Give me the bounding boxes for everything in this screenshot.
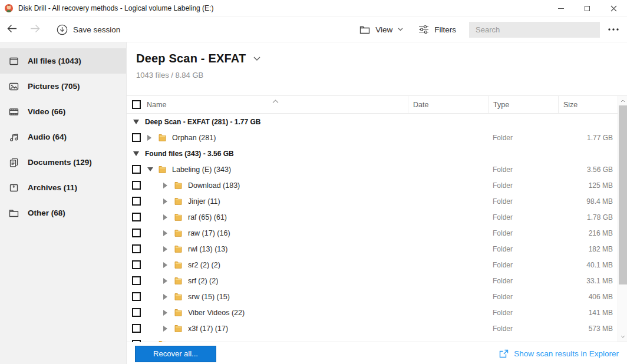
file-row[interactable]: srf (2) (2)Folder33.1 MB bbox=[127, 273, 618, 289]
sidebar-item-audio[interactable]: Audio (64) bbox=[0, 124, 126, 150]
row-checkbox[interactable] bbox=[132, 292, 141, 301]
sidebar-item-archives[interactable]: Archives (11) bbox=[0, 175, 126, 200]
file-row[interactable]: raf (65) (61)Folder1.78 GB bbox=[127, 209, 618, 225]
row-expander[interactable] bbox=[147, 167, 153, 171]
vertical-scrollbar[interactable] bbox=[618, 96, 627, 342]
show-in-explorer-label: Show scan results in Explorer bbox=[514, 349, 619, 358]
file-row[interactable]: rwl (13) (13)Folder182 MB bbox=[127, 241, 618, 257]
more-options-button[interactable] bbox=[600, 17, 627, 42]
row-checkbox[interactable] bbox=[132, 244, 141, 253]
folder-icon bbox=[158, 340, 167, 342]
column-header-size[interactable]: Size bbox=[558, 96, 618, 113]
row-expander[interactable] bbox=[163, 294, 169, 300]
file-name: Labeling (E) (343) bbox=[172, 166, 231, 174]
file-row[interactable]: raw (17) (16)Folder216 MB bbox=[127, 225, 618, 241]
sidebar: All files (1043)Pictures (705)Video (66)… bbox=[0, 42, 127, 364]
row-expander[interactable] bbox=[163, 230, 169, 236]
show-in-explorer-link[interactable]: Show scan results in Explorer bbox=[499, 349, 619, 358]
sidebar-item-documents[interactable]: Documents (129) bbox=[0, 150, 126, 175]
window-title: Disk Drill - All recovery methods - Logi… bbox=[18, 4, 213, 12]
audio-icon bbox=[9, 132, 19, 142]
close-button[interactable] bbox=[600, 0, 627, 16]
row-checkbox[interactable] bbox=[132, 324, 141, 333]
column-header-type[interactable]: Type bbox=[488, 96, 558, 113]
checkbox-cell bbox=[127, 165, 144, 174]
row-expander[interactable] bbox=[163, 278, 169, 284]
window-controls bbox=[547, 0, 627, 16]
expand-triangle-icon bbox=[163, 294, 167, 300]
name-cell: Download (183) bbox=[144, 181, 408, 190]
pictures-icon bbox=[9, 81, 19, 91]
row-expander[interactable] bbox=[147, 135, 153, 141]
row-expander[interactable] bbox=[163, 262, 169, 268]
filters-button[interactable]: Filters bbox=[418, 25, 456, 34]
row-expander[interactable] bbox=[163, 214, 169, 220]
search-input[interactable] bbox=[469, 22, 600, 38]
sidebar-item-label: Audio (64) bbox=[28, 133, 67, 141]
date-cell bbox=[408, 320, 488, 336]
type-cell: Folder bbox=[488, 213, 558, 221]
name-cell: Labeling (E) (343) bbox=[144, 165, 408, 174]
file-row[interactable]: sr2 (2) (2)Folder40.1 MB bbox=[127, 257, 618, 273]
row-expander[interactable] bbox=[163, 198, 169, 204]
row-checkbox[interactable] bbox=[132, 260, 141, 269]
view-dropdown-button[interactable]: View bbox=[359, 25, 403, 34]
scrollbar-thumb[interactable] bbox=[619, 105, 627, 284]
row-checkbox[interactable] bbox=[132, 213, 141, 221]
row-checkbox[interactable] bbox=[132, 276, 141, 285]
group-collapse-triangle-icon[interactable] bbox=[133, 151, 139, 156]
file-name: srf (2) (2) bbox=[188, 277, 218, 285]
sidebar-item-video[interactable]: Video (66) bbox=[0, 99, 126, 124]
row-checkbox[interactable] bbox=[132, 165, 141, 174]
minimize-button[interactable] bbox=[547, 0, 574, 16]
sidebar-item-all-files[interactable]: All files (1043) bbox=[0, 48, 126, 74]
group-header-row[interactable]: Deep Scan - EXFAT (281) - 1.77 GB bbox=[127, 114, 618, 130]
row-expander[interactable] bbox=[163, 183, 169, 188]
file-row[interactable]: x3f (17) (17)Folder573 MB bbox=[127, 320, 618, 336]
sidebar-item-other[interactable]: Other (68) bbox=[0, 200, 126, 226]
folder-icon bbox=[174, 276, 183, 285]
file-row[interactable]: Download (183)Folder125 MB bbox=[127, 177, 618, 193]
folder-icon bbox=[174, 260, 183, 269]
scrollbar-down-button[interactable] bbox=[618, 332, 627, 341]
date-cell bbox=[408, 273, 488, 289]
footer-bar: Recover all... Show scan results in Expl… bbox=[127, 342, 627, 364]
file-row[interactable]: Jinjer (11)Folder98.4 MB bbox=[127, 193, 618, 209]
sidebar-item-label: Documents (129) bbox=[28, 158, 92, 167]
group-label: Found files (343) - 3.56 GB bbox=[145, 150, 234, 158]
row-checkbox[interactable] bbox=[132, 197, 141, 206]
select-all-checkbox[interactable] bbox=[132, 100, 141, 109]
save-session-button[interactable]: Save session bbox=[57, 24, 120, 35]
scan-session-selector[interactable]: Deep Scan - EXFAT bbox=[136, 52, 260, 65]
file-name: srw (15) (15) bbox=[188, 293, 230, 301]
type-cell: Folder bbox=[488, 197, 558, 206]
group-header-row[interactable]: Found files (343) - 3.56 GB bbox=[127, 145, 618, 161]
filters-icon bbox=[418, 25, 429, 34]
row-expander[interactable] bbox=[163, 310, 169, 316]
file-row[interactable]: Orphan (281)Folder1.77 GB bbox=[127, 130, 618, 145]
file-row[interactable] bbox=[127, 336, 618, 342]
row-checkbox[interactable] bbox=[132, 308, 141, 317]
group-collapse-triangle-icon[interactable] bbox=[133, 120, 139, 124]
table-rows: Deep Scan - EXFAT (281) - 1.77 GBOrphan … bbox=[127, 114, 618, 342]
forward-button[interactable] bbox=[30, 24, 40, 35]
file-name: x3f (17) (17) bbox=[188, 325, 228, 333]
row-expander[interactable] bbox=[163, 246, 169, 252]
file-row[interactable]: srw (15) (15)Folder406 MB bbox=[127, 289, 618, 305]
file-row[interactable]: Viber Videos (22)Folder141 MB bbox=[127, 305, 618, 320]
row-expander[interactable] bbox=[163, 326, 169, 332]
scrollbar-up-button[interactable] bbox=[618, 97, 627, 105]
row-checkbox[interactable] bbox=[132, 340, 141, 342]
title-chevron-down-icon bbox=[253, 57, 260, 61]
recover-all-button[interactable]: Recover all... bbox=[135, 346, 216, 362]
column-header-date[interactable]: Date bbox=[408, 96, 488, 113]
row-checkbox[interactable] bbox=[132, 181, 141, 190]
file-row[interactable]: Labeling (E) (343)Folder3.56 GB bbox=[127, 161, 618, 177]
row-checkbox[interactable] bbox=[132, 133, 141, 142]
sidebar-item-pictures[interactable]: Pictures (705) bbox=[0, 74, 126, 99]
maximize-button[interactable] bbox=[574, 0, 600, 16]
checkbox-cell bbox=[127, 197, 144, 206]
row-checkbox[interactable] bbox=[132, 229, 141, 237]
back-button[interactable] bbox=[7, 24, 17, 35]
size-cell: 125 MB bbox=[558, 181, 618, 190]
